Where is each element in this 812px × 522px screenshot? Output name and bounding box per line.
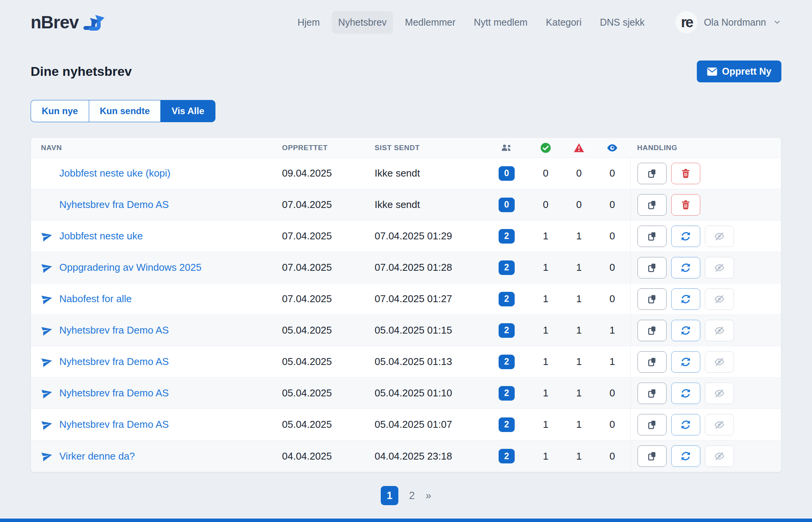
copy-button[interactable] [638,445,667,467]
failed-count: 0 [564,167,594,179]
copy-icon [647,168,657,179]
copy-button[interactable] [638,288,667,310]
brand-logo[interactable]: nBrev [31,12,104,33]
hide-stats-button[interactable] [705,288,734,310]
newsletter-link[interactable]: Nyhetsbrev fra Demo AS [59,324,169,336]
paper-plane-icon [40,386,54,401]
trash-icon [680,168,691,179]
views-count: 0 [594,387,630,399]
nav-item-nytt-medlem[interactable]: Nytt medlem [467,11,534,34]
hide-stats-button[interactable] [705,383,734,404]
row-actions [630,315,781,346]
newsletter-link[interactable]: Nyhetsbrev fra Demo AS [59,356,169,368]
page-2-button[interactable]: 2 [409,490,415,502]
views-count: 0 [594,419,630,430]
resend-button[interactable] [671,320,700,341]
newsletter-link[interactable]: Nyhetsbrev fra Demo AS [59,387,169,399]
resend-button[interactable] [671,288,700,310]
created-date: 04.04.2025 [282,450,375,462]
delivered-count: 1 [528,387,564,399]
eye-slash-icon [714,231,725,242]
filter-kun-nye-button[interactable]: Kun nye [31,100,89,122]
user-menu[interactable]: re Ola Nordmann [675,11,781,33]
newsletter-link[interactable]: Oppgradering av Windows 2025 [59,262,201,273]
table-row: Jobbfest neste uke (kopi) 09.04.2025 Ikk… [31,158,781,189]
copy-button[interactable] [638,320,667,341]
copy-button[interactable] [638,163,667,184]
page-1-button[interactable]: 1 [381,486,398,505]
refresh-icon [680,451,691,461]
copy-button[interactable] [638,351,667,373]
newsletter-link[interactable]: Nabofest for alle [59,293,132,305]
eye-slash-icon [714,325,725,336]
table-row: Nyhetsbrev fra Demo AS 05.04.2025 05.04.… [31,409,781,440]
hide-stats-button[interactable] [705,351,734,373]
views-count: 0 [594,450,630,462]
resend-button[interactable] [671,226,700,247]
refresh-icon [680,357,691,367]
copy-button[interactable] [638,226,667,247]
newsletter-link[interactable]: Virker denne da? [59,450,135,462]
copy-icon [647,357,657,367]
table-row: Virker denne da? 04.04.2025 04.04.2025 2… [31,440,781,472]
copy-button[interactable] [638,257,667,278]
members-badge: 0 [499,166,515,181]
resend-button[interactable] [671,257,700,278]
copy-button[interactable] [638,194,667,216]
table-row: Nyhetsbrev fra Demo AS 05.04.2025 05.04.… [31,315,781,346]
newsletter-link[interactable]: Jobbfest neste uke [59,230,143,242]
copy-button[interactable] [638,414,667,435]
last-sent: 07.04.2025 01:28 [375,262,486,273]
newsletter-link[interactable]: Nyhetsbrev fra Demo AS [59,199,169,211]
nav-item-hjem[interactable]: Hjem [291,11,326,34]
eye-slash-icon [714,419,725,430]
hide-stats-button[interactable] [705,414,734,435]
hide-stats-button[interactable] [705,226,734,247]
table-row: Nabofest for alle 07.04.2025 07.04.2025 … [31,283,781,315]
users-icon [486,142,528,154]
filter-kun-sendte-button[interactable]: Kun sendte [89,100,161,122]
failed-count: 1 [564,324,594,336]
refresh-icon [680,294,691,304]
row-actions [630,189,781,220]
create-newsletter-button[interactable]: Opprett Ny [697,61,781,82]
filter-vis-alle-button[interactable]: Vis Alle [160,100,215,122]
members-badge: 2 [499,292,515,306]
hide-stats-button[interactable] [705,320,734,341]
failed-count: 1 [564,450,594,462]
views-count: 0 [594,262,630,273]
nav-item-kategori[interactable]: Kategori [540,11,588,34]
next-page-button[interactable]: » [426,490,431,502]
delete-button[interactable] [671,194,700,216]
delivered-count: 1 [528,450,564,462]
last-sent: 05.04.2025 01:07 [375,419,486,430]
column-header-navn: NAVN [31,144,282,152]
created-date: 07.04.2025 [282,293,375,305]
hide-stats-button[interactable] [705,257,734,278]
resend-button[interactable] [671,414,700,435]
nav-item-nyhetsbrev[interactable]: Nyhetsbrev [332,11,393,34]
resend-button[interactable] [671,351,700,373]
newsletter-link[interactable]: Jobbfest neste uke (kopi) [59,167,171,179]
table-row: Jobbfest neste uke 07.04.2025 07.04.2025… [31,221,781,252]
members-badge: 2 [499,355,515,369]
newsletter-link[interactable]: Nyhetsbrev fra Demo AS [59,419,169,430]
page-title: Dine nyhetsbrev [31,64,132,79]
copy-button[interactable] [638,383,667,404]
nav-item-dns-sjekk[interactable]: DNS sjekk [594,11,651,34]
resend-button[interactable] [671,445,700,467]
delete-button[interactable] [671,163,700,184]
nav-item-medlemmer[interactable]: Medlemmer [398,11,462,34]
check-circle-icon [528,142,564,154]
members-badge: 2 [499,260,515,275]
pagination: 1 2 » [31,486,781,505]
hide-stats-button[interactable] [705,445,734,467]
last-sent: Ikke sendt [375,199,486,211]
refresh-icon [680,325,691,336]
row-actions [630,252,781,283]
refresh-icon [680,262,691,273]
filter-group: Kun nye Kun sendte Vis Alle [31,100,781,122]
resend-button[interactable] [671,383,700,404]
delivered-count: 1 [528,262,564,273]
failed-count: 1 [564,262,594,273]
